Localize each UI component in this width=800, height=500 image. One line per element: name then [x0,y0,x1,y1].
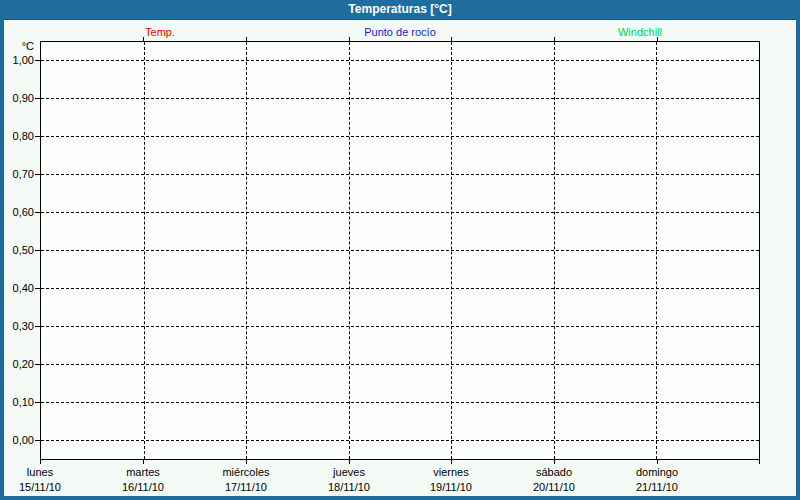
x-day-name: jueves [297,465,401,479]
x-day-name: domingo [605,465,709,479]
legend-item-temp: Temp. [40,25,280,40]
x-day-name: miércoles [194,465,298,479]
gridline-horizontal [41,402,759,403]
gridline-horizontal [41,136,759,137]
y-tick-label: 0,80 [0,130,34,143]
frame-border [0,496,800,500]
x-day-name: lunes [0,465,92,479]
window-titlebar: Temperaturas [°C] [0,0,800,20]
y-tick-label: 0,30 [0,320,34,333]
y-tick-label: 0,50 [0,244,34,257]
gridline-vertical [144,42,145,459]
legend-item-windchill: Windchill [520,25,760,40]
plot-area [40,41,760,460]
legend-item-dewpoint: Punto de rocío [280,25,520,40]
x-day-name: sábado [502,465,606,479]
gridline-horizontal [41,364,759,365]
gridline-horizontal [41,326,759,327]
frame-border [796,0,800,500]
gridline-vertical [246,42,247,459]
x-day-name: martes [91,465,195,479]
y-tick-label: 0,20 [0,358,34,371]
y-tick-label: 1,00 [0,54,34,67]
gridline-horizontal [41,250,759,251]
x-day-date: 15/11/10 [0,480,92,494]
chart-window: Temperaturas [°C] Temp. Punto de rocío W… [0,0,800,500]
y-tick-label: 0,70 [0,168,34,181]
gridline-horizontal [41,288,759,289]
x-day-date: 21/11/10 [605,480,709,494]
x-day-name: viernes [399,465,503,479]
page-title: Temperaturas [°C] [348,2,451,16]
gridline-horizontal [41,174,759,175]
x-day-date: 19/11/10 [399,480,503,494]
x-day-date: 16/11/10 [91,480,195,494]
y-tick-label: 0,60 [0,206,34,219]
gridline-horizontal [41,98,759,99]
gridline-horizontal [41,60,759,61]
x-day-date: 18/11/10 [297,480,401,494]
y-axis-unit: °C [0,40,34,53]
chart-legend: Temp. Punto de rocío Windchill [40,25,760,40]
x-day-date: 20/11/10 [502,480,606,494]
gridline-vertical [656,42,657,459]
gridline-horizontal [41,440,759,441]
y-tick-label: 0,90 [0,92,34,105]
gridline-vertical [451,42,452,459]
y-tick-label: 0,40 [0,282,34,295]
y-tick-label: 0,00 [0,434,34,447]
gridline-vertical [554,42,555,459]
y-tick-label: 0,10 [0,396,34,409]
gridline-horizontal [41,212,759,213]
x-day-date: 17/11/10 [194,480,298,494]
gridline-vertical [349,42,350,459]
